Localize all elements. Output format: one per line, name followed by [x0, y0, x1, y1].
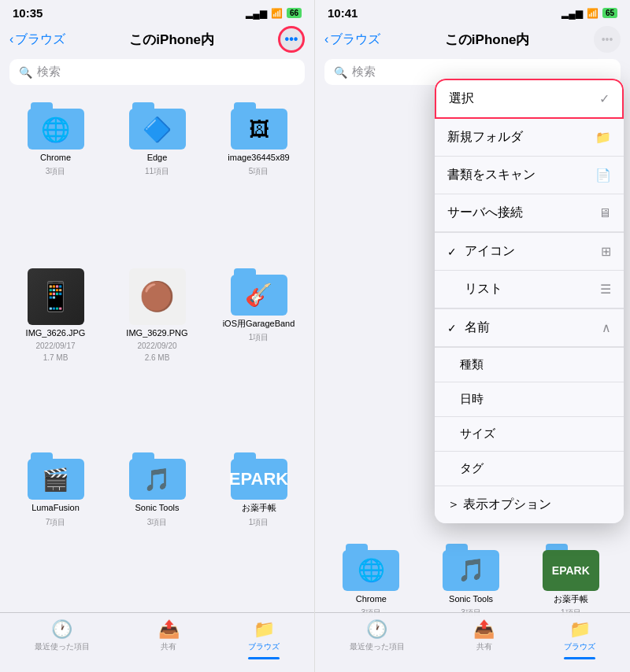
scan-icon: 📄 — [595, 168, 611, 183]
chevron-up-icon: ∧ — [602, 320, 611, 335]
signal-icon: ▂▄▆ — [246, 8, 267, 19]
menu-sort-tag-label: タグ — [460, 461, 484, 476]
garageband-folder-icon: 🎸 — [231, 268, 287, 316]
menu-item-select[interactable]: 選択 ✓ — [435, 79, 624, 119]
file-name: LumaFusion — [32, 503, 80, 513]
menu-sort-name-left: ✓ 名前 — [447, 319, 490, 336]
right-status-time: 10:41 — [328, 6, 358, 20]
img-3629-thumb: 🟤 — [129, 268, 186, 325]
menu-item-new-folder[interactable]: 新規フォルダ 📁 — [435, 119, 624, 157]
menu-display-options-label: ＞ 表示オプション — [447, 497, 551, 513]
sonic-icon: 🎵 — [458, 557, 485, 583]
menu-icon-view-left: ✓ アイコン — [447, 243, 515, 260]
tab-recent[interactable]: 🕐 最近使った項目 — [350, 619, 405, 659]
epark-folder-icon: EPARK — [231, 452, 287, 500]
right-search-placeholder: 検索 — [352, 65, 376, 79]
list-item[interactable]: 🎵 Sonic Tools 3項目 — [108, 446, 206, 609]
list-item[interactable]: 🎬 LumaFusion 7項目 — [6, 446, 105, 609]
file-meta: 1項目 — [249, 332, 269, 343]
search-icon: 🔍 — [19, 66, 32, 79]
file-size: 1.7 MB — [43, 353, 69, 362]
chrome-icon: 🌐 — [41, 116, 70, 143]
left-more-button[interactable]: ••• — [278, 26, 305, 53]
file-name: Chrome — [356, 594, 387, 604]
left-status-bar: 10:35 ▂▄▆ 📶 66 — [0, 0, 314, 23]
list-item[interactable]: EPARK お薬手帳 1項目 — [209, 446, 308, 609]
tab-recent[interactable]: 🕐 最近使った項目 — [35, 619, 90, 659]
list-item[interactable]: 📱 IMG_3626.JPG 2022/09/17 1.7 MB — [6, 262, 105, 444]
left-back-label: ブラウズ — [15, 31, 65, 48]
left-file-grid: 🌐 Chrome 3項目 🔷 Edge 11項目 🖼 — [0, 93, 314, 612]
menu-item-sort-tag[interactable]: タグ — [435, 451, 624, 486]
right-back-label: ブラウズ — [330, 31, 380, 48]
right-nav-title: このiPhone内 — [380, 31, 594, 49]
tab-active-indicator — [564, 657, 595, 659]
menu-item-list-view[interactable]: リスト ☰ — [435, 271, 624, 308]
tab-shared-label: 共有 — [161, 641, 176, 652]
grid-icon: ⊞ — [601, 244, 611, 259]
list-item[interactable]: 🌐 Chrome 3項目 — [6, 96, 105, 259]
checkmark-icon: ✓ — [599, 91, 610, 106]
chevron-left-icon: ‹ — [324, 32, 328, 46]
file-meta: 3項目 — [147, 517, 168, 528]
file-meta: 7項目 — [46, 517, 66, 528]
wifi-icon: 📶 — [587, 8, 598, 19]
tab-browse[interactable]: 📁 ブラウズ — [248, 619, 280, 659]
menu-scan-label: 書類をスキャン — [447, 167, 536, 183]
menu-item-sort-type[interactable]: 種類 — [435, 347, 624, 382]
menu-item-sort-name[interactable]: ✓ 名前 ∧ — [435, 309, 624, 347]
right-status-bar: 10:41 ▂▄▆ 📶 65 — [315, 0, 630, 23]
left-search-bar[interactable]: 🔍 検索 — [9, 59, 305, 85]
left-back-button[interactable]: ‹ ブラウズ — [9, 31, 65, 48]
left-phone-panel: 10:35 ▂▄▆ 📶 66 ‹ ブラウズ このiPhone内 ••• 🔍 検索… — [0, 0, 315, 672]
right-tab-bar: 🕐 最近使った項目 📤 共有 📁 ブラウズ — [315, 612, 630, 672]
tab-active-indicator — [248, 657, 280, 659]
menu-item-connect[interactable]: サーバへ接続 🖥 — [435, 194, 624, 232]
left-status-icons: ▂▄▆ 📶 66 — [246, 8, 302, 19]
file-meta: 3項目 — [46, 166, 66, 177]
tab-recent-label: 最近使った項目 — [350, 641, 405, 652]
edge-icon: 🔷 — [143, 116, 172, 143]
image-folder-icon: 🖼 — [231, 102, 287, 150]
tab-shared[interactable]: 📤 共有 — [473, 619, 495, 659]
file-name: Sonic Tools — [135, 503, 179, 513]
context-menu: 選択 ✓ 新規フォルダ 📁 書類をスキャン 📄 サーバへ接続 🖥 ✓ アイコン … — [435, 79, 624, 523]
edge-folder-icon: 🔷 — [129, 102, 186, 150]
menu-item-display-options[interactable]: ＞ 表示オプション — [435, 486, 624, 523]
signal-icon: ▂▄▆ — [561, 8, 583, 19]
file-name: Sonic Tools — [449, 594, 493, 604]
list-icon: ☰ — [600, 282, 611, 297]
sonic-folder-icon: 🎵 — [443, 544, 499, 591]
list-item[interactable]: 🟤 IMG_3629.PNG 2022/09/20 2.6 MB — [108, 262, 206, 444]
file-name: IMG_3626.JPG — [26, 328, 86, 338]
menu-select-label: 選択 — [449, 90, 474, 107]
battery-badge: 66 — [287, 8, 302, 18]
clock-icon: 🕐 — [51, 619, 72, 640]
sonic-icon: 🎵 — [143, 467, 171, 493]
list-item[interactable]: 🔷 Edge 11項目 — [108, 96, 206, 259]
right-more-button[interactable]: ••• — [594, 26, 621, 53]
left-nav-bar: ‹ ブラウズ このiPhone内 ••• — [0, 23, 314, 59]
folder-plus-icon: 📁 — [595, 130, 611, 145]
menu-item-scan[interactable]: 書類をスキャン 📄 — [435, 157, 624, 194]
tab-recent-label: 最近使った項目 — [35, 641, 90, 652]
left-status-time: 10:35 — [13, 6, 43, 20]
tab-browse[interactable]: 📁 ブラウズ — [564, 619, 595, 659]
menu-item-sort-date[interactable]: 日時 — [435, 382, 624, 416]
file-name: IMG_3629.PNG — [126, 328, 187, 338]
right-back-button[interactable]: ‹ ブラウズ — [324, 31, 380, 48]
tab-shared-label: 共有 — [476, 641, 492, 652]
menu-sort-size-label: サイズ — [460, 426, 495, 441]
left-search-placeholder: 検索 — [37, 65, 61, 79]
lumafusion-icon: 🎬 — [42, 467, 69, 493]
menu-item-sort-size[interactable]: サイズ — [435, 416, 624, 451]
list-item[interactable]: 🎸 iOS用GarageBand 1項目 — [209, 262, 308, 444]
sonic-folder-icon: 🎵 — [129, 452, 186, 500]
file-meta: 2022/09/17 — [35, 342, 75, 350]
share-icon: 📤 — [473, 619, 495, 640]
list-item[interactable]: 🖼 image36445x89 5項目 — [209, 96, 308, 259]
chrome-folder-icon: 🌐 — [28, 102, 84, 150]
right-phone-panel: 10:41 ▂▄▆ 📶 65 ‹ ブラウズ このiPhone内 ••• 🔍 検索 — [315, 0, 630, 672]
tab-shared[interactable]: 📤 共有 — [158, 619, 180, 659]
menu-item-icon-view[interactable]: ✓ アイコン ⊞ — [435, 233, 624, 271]
